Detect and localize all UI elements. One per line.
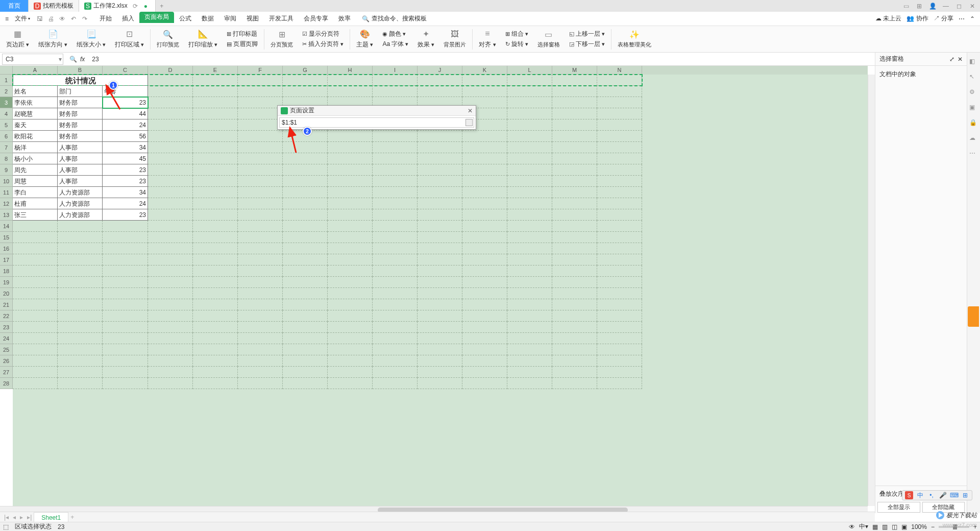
cell[interactable]: [418, 322, 462, 333]
cell[interactable]: [418, 266, 462, 277]
row-header[interactable]: 20: [0, 288, 13, 299]
cell[interactable]: [283, 310, 328, 322]
row-header[interactable]: 16: [0, 243, 13, 254]
cell[interactable]: [283, 164, 328, 176]
cell[interactable]: [462, 243, 507, 254]
cell[interactable]: [328, 86, 373, 97]
data-cell[interactable]: 23: [103, 164, 148, 176]
menu-start[interactable]: 开始: [94, 12, 117, 26]
ime-grid-icon[interactable]: ⊞: [961, 491, 969, 499]
cell[interactable]: [238, 97, 283, 108]
cell[interactable]: [148, 277, 193, 288]
cell[interactable]: [193, 378, 238, 389]
row-header[interactable]: 2: [0, 86, 13, 97]
cell[interactable]: [283, 86, 328, 97]
cell[interactable]: [58, 344, 103, 355]
collab-button[interactable]: 👥 协作: [906, 14, 928, 23]
data-cell[interactable]: 56: [103, 131, 148, 142]
cell[interactable]: [283, 333, 328, 344]
cell[interactable]: [507, 187, 552, 198]
ribbon-header[interactable]: ▤ 页眉页脚: [226, 39, 259, 49]
cell[interactable]: [507, 232, 552, 243]
cell[interactable]: [328, 187, 373, 198]
cell[interactable]: [193, 243, 238, 254]
vertical-scrollbar[interactable]: [868, 75, 875, 506]
data-cell[interactable]: 人事部: [58, 176, 103, 187]
cell[interactable]: [373, 198, 418, 209]
cell[interactable]: [283, 142, 328, 153]
cell[interactable]: [193, 176, 238, 187]
cell[interactable]: [328, 209, 373, 221]
sidebar-select-icon[interactable]: ↖: [969, 73, 978, 82]
cell[interactable]: [418, 153, 462, 164]
cell[interactable]: [462, 310, 507, 322]
data-cell[interactable]: 秦天: [13, 119, 58, 131]
cell[interactable]: [103, 277, 148, 288]
col-header[interactable]: M: [552, 66, 597, 75]
cell[interactable]: [507, 176, 552, 187]
header-cell[interactable]: 部门: [58, 86, 103, 97]
cell[interactable]: [462, 322, 507, 333]
cell[interactable]: [373, 153, 418, 164]
cell[interactable]: [148, 164, 193, 176]
cell[interactable]: [58, 310, 103, 322]
cell[interactable]: [552, 153, 597, 164]
cell[interactable]: [13, 378, 58, 389]
cell[interactable]: [193, 187, 238, 198]
cell[interactable]: [13, 232, 58, 243]
cell[interactable]: [103, 232, 148, 243]
cell[interactable]: [238, 277, 283, 288]
cell[interactable]: [328, 221, 373, 232]
cell[interactable]: [597, 119, 642, 131]
cell[interactable]: [103, 378, 148, 389]
cell[interactable]: [328, 322, 373, 333]
cell[interactable]: [507, 378, 552, 389]
ribbon-breakpv[interactable]: ⊞分页预览: [266, 27, 297, 52]
cell[interactable]: [328, 243, 373, 254]
menu-dev[interactable]: 开发工具: [264, 12, 299, 26]
cell[interactable]: [283, 243, 328, 254]
cell[interactable]: [238, 243, 283, 254]
ribbon-preview[interactable]: 🔍打印预览: [153, 27, 183, 52]
data-cell[interactable]: 财务部: [58, 108, 103, 119]
cell[interactable]: [328, 254, 373, 266]
cell[interactable]: [552, 108, 597, 119]
ime-bar[interactable]: S 中 •, 🎤 ⌨ ⊞: [902, 490, 972, 500]
cell[interactable]: [238, 108, 283, 119]
cell[interactable]: [597, 367, 642, 378]
cell[interactable]: [238, 322, 283, 333]
cell[interactable]: [13, 221, 58, 232]
row-header[interactable]: 5: [0, 119, 13, 131]
cell[interactable]: [418, 254, 462, 266]
sidebar-toggle-icon[interactable]: ◧: [969, 58, 978, 67]
cloud-status[interactable]: ☁ 未上云: [875, 14, 901, 23]
cell[interactable]: [462, 176, 507, 187]
cell[interactable]: [597, 131, 642, 142]
cell[interactable]: [283, 221, 328, 232]
cell[interactable]: [148, 266, 193, 277]
cell[interactable]: [283, 355, 328, 367]
cell[interactable]: [148, 232, 193, 243]
cell[interactable]: [328, 198, 373, 209]
cell[interactable]: [283, 367, 328, 378]
cell[interactable]: [507, 131, 552, 142]
col-header[interactable]: E: [193, 66, 238, 75]
cell[interactable]: [193, 355, 238, 367]
data-cell[interactable]: 杨洋: [13, 142, 58, 153]
cell[interactable]: [418, 344, 462, 355]
cell[interactable]: [13, 299, 58, 310]
data-cell[interactable]: 24: [103, 198, 148, 209]
cell[interactable]: [418, 142, 462, 153]
cell[interactable]: [373, 266, 418, 277]
cell[interactable]: [238, 176, 283, 187]
cell[interactable]: [58, 378, 103, 389]
new-tab-button[interactable]: +: [156, 3, 168, 10]
cell[interactable]: [552, 97, 597, 108]
col-header[interactable]: B: [58, 66, 103, 75]
ribbon-selpane[interactable]: ▭选择窗格: [533, 27, 564, 52]
cell[interactable]: [13, 344, 58, 355]
cell[interactable]: [373, 221, 418, 232]
cell[interactable]: [597, 176, 642, 187]
row-header[interactable]: 27: [0, 367, 13, 378]
ribbon-theme[interactable]: 🎨主题 ▾: [352, 27, 377, 52]
